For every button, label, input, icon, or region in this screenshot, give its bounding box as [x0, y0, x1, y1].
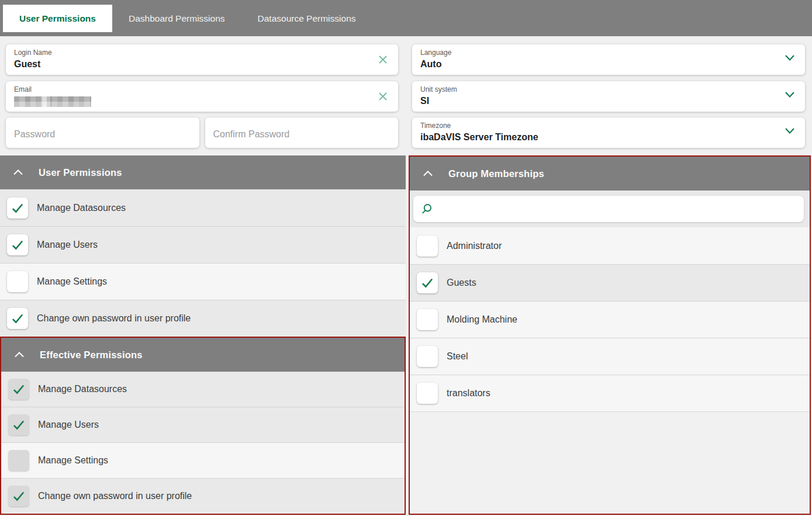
- checkbox[interactable]: [417, 309, 438, 330]
- permission-label: Change own password in user profile: [37, 313, 191, 324]
- section-title: Group Memberships: [448, 168, 544, 179]
- login-name-label: Login Name: [14, 49, 390, 57]
- checkbox[interactable]: [7, 198, 28, 219]
- checkbox-disabled: [8, 450, 29, 471]
- login-name-value: Guest: [14, 59, 390, 70]
- permission-label: Manage Users: [38, 420, 99, 430]
- timezone-value: ibaDaVIS Server Timezone: [420, 132, 797, 143]
- unit-system-value: SI: [420, 96, 797, 106]
- login-name-field[interactable]: Login Name Guest: [6, 44, 398, 75]
- effective-permissions-list: Manage Datasources Manage Users: [1, 372, 405, 514]
- effective-permissions-highlight-box: Effective Permissions Manage Datasources: [0, 337, 406, 515]
- effective-row-change-own-password: Change own password in user profile: [1, 478, 405, 514]
- tab-datasource-permissions[interactable]: Datasource Permissions: [241, 5, 372, 32]
- chevron-up-icon: [13, 169, 23, 176]
- group-search-row: [410, 191, 810, 227]
- x-icon: [377, 54, 389, 65]
- checkbox[interactable]: [417, 383, 438, 404]
- check-icon: [10, 311, 25, 326]
- group-row-translators[interactable]: translators: [410, 375, 810, 411]
- permission-row-manage-settings[interactable]: Manage Settings: [0, 263, 406, 300]
- right-column: Language Auto Unit system SI Tim: [409, 36, 812, 516]
- checkbox[interactable]: [417, 272, 438, 293]
- check-icon: [420, 275, 435, 290]
- checkbox[interactable]: [417, 236, 438, 257]
- chevron-down-icon: [784, 91, 796, 99]
- effective-row-manage-users: Manage Users: [1, 407, 405, 442]
- confirm-password-input[interactable]: [213, 129, 372, 140]
- email-field[interactable]: Email: [6, 81, 398, 112]
- group-memberships-section-header[interactable]: Group Memberships: [410, 157, 810, 191]
- email-value-redacted: [14, 96, 91, 107]
- user-permissions-section-header[interactable]: User Permissions: [0, 155, 406, 189]
- language-dropdown[interactable]: Language Auto: [412, 44, 805, 75]
- permission-row-manage-datasources[interactable]: Manage Datasources: [0, 189, 406, 226]
- clear-login-name-button[interactable]: [377, 54, 389, 68]
- clear-email-button[interactable]: [377, 91, 389, 105]
- password-field-card: [6, 117, 199, 148]
- check-icon: [11, 489, 26, 504]
- checkbox[interactable]: [7, 234, 28, 255]
- group-memberships-highlight-box: Group Memberships: [409, 155, 811, 515]
- group-row-guests[interactable]: Guests: [410, 264, 810, 301]
- group-label: Administrator: [447, 241, 502, 251]
- check-icon: [11, 417, 26, 432]
- group-label: Guests: [447, 278, 476, 288]
- password-input[interactable]: [14, 129, 173, 140]
- group-label: Steel: [447, 351, 468, 362]
- check-icon: [11, 382, 26, 397]
- check-icon: [10, 200, 25, 216]
- language-value: Auto: [420, 59, 797, 70]
- effective-row-manage-datasources: Manage Datasources: [1, 372, 405, 407]
- timezone-label: Timezone: [420, 122, 797, 130]
- search-icon: [420, 203, 433, 216]
- permission-label: Manage Datasources: [38, 384, 127, 394]
- section-title: Effective Permissions: [40, 349, 143, 361]
- permission-label: Manage Settings: [37, 276, 107, 287]
- unit-system-dropdown[interactable]: Unit system SI: [412, 81, 805, 112]
- checkbox[interactable]: [7, 271, 28, 292]
- open-unit-system-dropdown-button[interactable]: [784, 91, 796, 101]
- checkbox-disabled: [8, 379, 29, 400]
- permission-label: Change own password in user profile: [38, 491, 192, 501]
- group-list-empty-area: [410, 411, 810, 514]
- chevron-down-icon: [784, 54, 796, 62]
- check-icon: [10, 237, 25, 252]
- user-settings-screen: User Permissions Dashboard Permissions D…: [0, 0, 812, 516]
- group-search-input[interactable]: [439, 204, 797, 214]
- effective-row-manage-settings: Manage Settings: [1, 442, 405, 478]
- permission-label: Manage Users: [37, 240, 98, 250]
- left-column: Login Name Guest Email: [0, 36, 406, 516]
- group-search-bar[interactable]: [413, 196, 804, 222]
- open-language-dropdown-button[interactable]: [784, 54, 796, 64]
- open-timezone-dropdown-button[interactable]: [784, 127, 796, 137]
- language-label: Language: [420, 49, 797, 57]
- effective-permissions-section-header[interactable]: Effective Permissions: [1, 338, 405, 372]
- checkbox[interactable]: [417, 346, 438, 367]
- chevron-up-icon: [14, 351, 25, 358]
- group-row-administrator[interactable]: Administrator: [410, 227, 810, 264]
- group-memberships-list: Administrator Guests: [410, 227, 810, 411]
- x-icon: [377, 91, 389, 102]
- user-permissions-list: Manage Datasources Manage Users: [0, 189, 406, 337]
- email-label: Email: [14, 85, 390, 94]
- checkbox-disabled: [8, 414, 29, 435]
- checkbox-disabled: [8, 486, 29, 507]
- group-row-molding-machine[interactable]: Molding Machine: [410, 301, 810, 338]
- group-label: Molding Machine: [447, 314, 517, 325]
- tab-dashboard-permissions[interactable]: Dashboard Permissions: [112, 5, 241, 32]
- confirm-password-field-card: [205, 117, 399, 148]
- group-row-steel[interactable]: Steel: [410, 338, 810, 375]
- permission-label: Manage Datasources: [37, 203, 126, 213]
- tab-bar: User Permissions Dashboard Permissions D…: [0, 0, 812, 36]
- permission-row-change-own-password[interactable]: Change own password in user profile: [0, 300, 406, 337]
- tab-user-permissions[interactable]: User Permissions: [3, 5, 112, 32]
- permission-row-manage-users[interactable]: Manage Users: [0, 226, 406, 263]
- timezone-dropdown[interactable]: Timezone ibaDaVIS Server Timezone: [412, 117, 805, 148]
- permission-label: Manage Settings: [38, 455, 108, 466]
- group-label: translators: [447, 388, 490, 399]
- checkbox[interactable]: [7, 308, 28, 329]
- section-title: User Permissions: [39, 167, 122, 178]
- chevron-down-icon: [784, 127, 796, 135]
- unit-system-label: Unit system: [420, 85, 797, 94]
